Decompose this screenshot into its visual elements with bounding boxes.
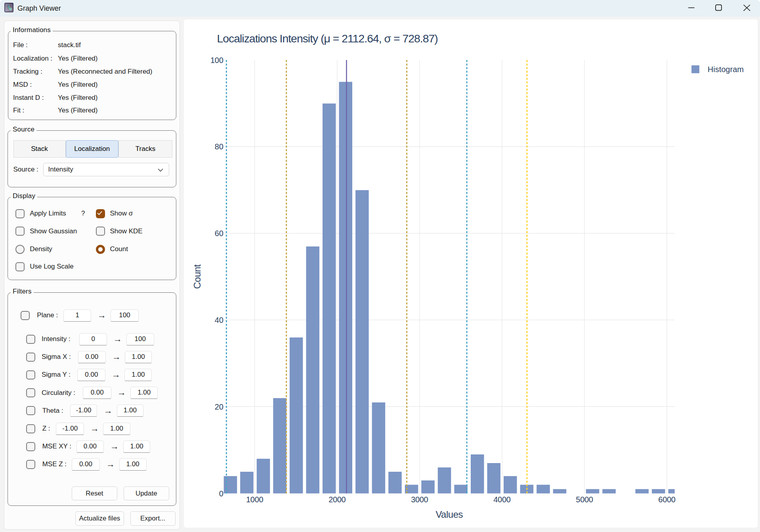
svg-text:Count: Count: [192, 264, 202, 289]
svg-text:5000: 5000: [576, 495, 593, 504]
svg-text:100: 100: [210, 56, 223, 65]
svg-text:Histogram: Histogram: [708, 65, 744, 74]
svg-text:60: 60: [215, 229, 223, 238]
svg-text:Values: Values: [435, 509, 463, 520]
svg-text:4000: 4000: [493, 495, 510, 504]
svg-text:3000: 3000: [411, 495, 428, 504]
svg-text:Localizations Intensity (μ = 2: Localizations Intensity (μ = 2112.64, σ …: [217, 32, 438, 45]
svg-text:6000: 6000: [658, 495, 675, 504]
svg-text:1000: 1000: [246, 495, 263, 504]
svg-text:40: 40: [215, 316, 223, 324]
svg-text:80: 80: [215, 142, 223, 151]
svg-text:20: 20: [215, 402, 223, 411]
svg-text:0: 0: [219, 489, 223, 498]
svg-text:2000: 2000: [328, 495, 346, 504]
